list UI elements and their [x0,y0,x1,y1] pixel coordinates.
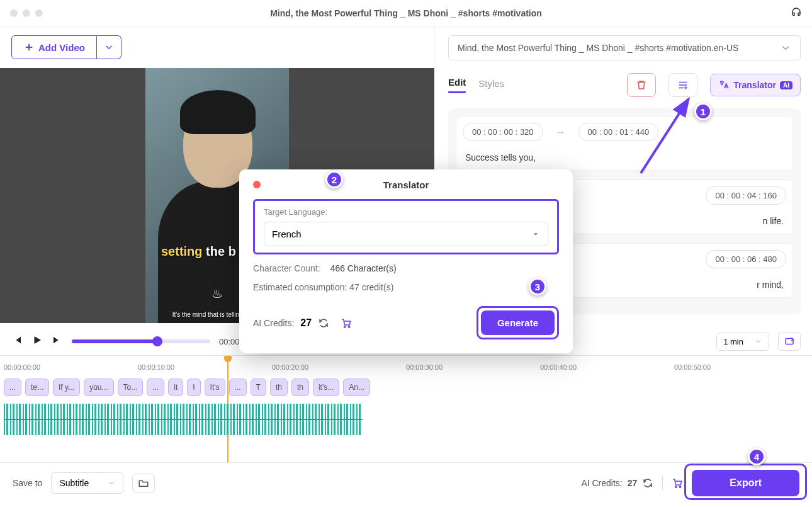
chevron-down-icon [108,479,115,487]
subtitle-chip[interactable]: If y... [53,379,80,396]
ruler-tick: 00:00:30:00 [406,363,540,371]
end-time[interactable]: 00 : 00 : 06 : 480 [706,250,786,268]
support-icon[interactable] [791,6,802,20]
delete-button[interactable] [627,73,656,97]
svg-rect-1 [786,339,793,345]
estimated-consumption: Estimated consumption: 47 credit(s) [253,282,559,292]
ruler-tick: 00:00:00:00 [4,363,138,371]
refresh-icon[interactable] [642,477,653,489]
target-language-select[interactable]: French [264,222,548,246]
list-icon [677,79,689,91]
refresh-icon[interactable] [318,317,329,329]
ruler-tick: 00:00:40:00 [540,363,674,371]
ai-badge: AI [780,81,792,89]
subtitle-chip[interactable]: th [270,379,288,396]
subtitle-chip[interactable]: it's... [313,379,339,396]
translator-modal: Translator Target Language: French Chara… [239,169,573,353]
ruler-tick: 00:00:20:00 [272,363,406,371]
subtitle-chip[interactable]: th [291,379,309,396]
annotation-3: 3 [529,278,546,295]
save-to-label: Save to [13,478,42,488]
chevron-down-icon [780,42,791,54]
ruler-tick: 00:00:10:00 [138,363,272,371]
minimize-window-icon[interactable] [23,9,30,17]
prev-frame-button[interactable] [11,334,23,348]
language-selection-frame: Target Language: French [253,199,559,254]
timeline[interactable]: 00:00:00:00 00:00:10:00 00:00:20:00 00:0… [0,355,812,462]
footer-bar: Save to Subtitle AI Credits: 27 Export [0,462,812,503]
ruler-tick: 00:00:50:00 [674,363,808,371]
subtitle-chip[interactable]: To... [118,379,144,396]
save-kind-select[interactable]: Subtitle [51,472,123,494]
subtitle-chip[interactable]: ... [4,379,21,396]
modal-title: Translator [383,179,429,190]
folder-button[interactable] [132,474,155,493]
close-modal-button[interactable] [253,181,261,188]
export-button[interactable]: Export [692,470,799,496]
subtitle-file-select[interactable]: Mind, the Most Powerful Thing _ MS Dhoni… [448,35,801,60]
timeline-jump-button[interactable] [778,332,801,351]
audio-waveform[interactable] [4,404,363,435]
subtitle-chip[interactable]: ... [229,379,247,396]
maximize-window-icon[interactable] [35,9,43,17]
generate-frame: Generate [476,306,559,339]
subtitle-chip[interactable]: ... [147,379,164,396]
subtitle-chip[interactable]: It's [205,379,225,396]
modal-credits-label: AI Credits: [253,318,294,328]
char-count-label: Character Count: [253,263,320,273]
generate-button[interactable]: Generate [481,310,555,335]
subtitle-chip[interactable]: An... [343,379,370,396]
title-bar: Mind, the Most Powerful Thing _ MS Dhoni… [0,0,812,26]
translate-icon [718,79,730,91]
subtitle-file-name: Mind, the Most Powerful Thing _ MS Dhoni… [458,43,738,53]
trash-icon [636,79,647,91]
annotation-2: 2 [325,171,343,188]
subtitle-chip[interactable]: T [251,379,266,396]
annotation-1: 1 [694,103,712,120]
arrow-right-icon: → [556,127,566,138]
svg-point-3 [680,486,681,487]
svg-point-4 [344,326,346,327]
next-frame-button[interactable] [52,334,63,348]
zoom-select[interactable]: 1 min [716,333,769,351]
svg-point-2 [675,486,677,487]
add-video-dropdown[interactable] [97,35,121,59]
subtitle-track[interactable]: ...te...If y...you...To......itIIt's...T… [0,375,812,400]
target-language-label: Target Language: [264,207,548,217]
play-button[interactable] [31,334,43,348]
translator-button[interactable]: Translator AI [710,74,801,96]
subtitle-chip[interactable]: it [168,379,183,396]
subtitle-chip[interactable]: I [187,379,200,396]
end-time[interactable]: 00 : 00 : 04 : 160 [706,186,786,205]
modal-credits-value: 27 [300,317,312,329]
subtitle-block[interactable]: 00 : 00 : 00 : 320 → 00 : 00 : 01 : 440 … [456,116,793,171]
time-ruler: 00:00:00:00 00:00:10:00 00:00:20:00 00:0… [0,363,812,375]
subtitle-chip[interactable]: te... [25,379,49,396]
subtitle-text[interactable]: Success tells you, [456,145,792,170]
tab-edit[interactable]: Edit [448,77,466,93]
add-video-button[interactable]: Add Video [11,35,97,59]
traffic-lights [10,9,43,17]
start-time[interactable]: 00 : 00 : 00 : 320 [463,123,543,141]
subtitle-chip[interactable]: you... [84,379,113,396]
translator-label: Translator [733,80,776,90]
close-window-icon[interactable] [10,9,18,17]
tab-styles[interactable]: Styles [478,78,504,93]
char-count-value: 466 Character(s) [330,263,397,273]
ai-credits-footer: AI Credits: 27 [581,477,653,489]
progress-bar[interactable] [72,339,210,343]
chevron-down-icon [755,338,762,345]
watermark-icon: ♨ [211,286,223,301]
add-video-label: Add Video [38,42,85,53]
list-add-button[interactable] [668,73,697,97]
svg-point-5 [349,326,350,327]
preview-subtitle: setting the b [161,244,236,259]
end-time[interactable]: 00 : 00 : 01 : 440 [578,123,659,141]
annotation-4: 4 [748,448,765,465]
window-title: Mind, the Most Powerful Thing _ MS Dhoni… [270,8,542,18]
cart-icon[interactable] [672,477,683,489]
cart-icon[interactable] [341,317,352,329]
chevron-down-icon [531,230,540,239]
